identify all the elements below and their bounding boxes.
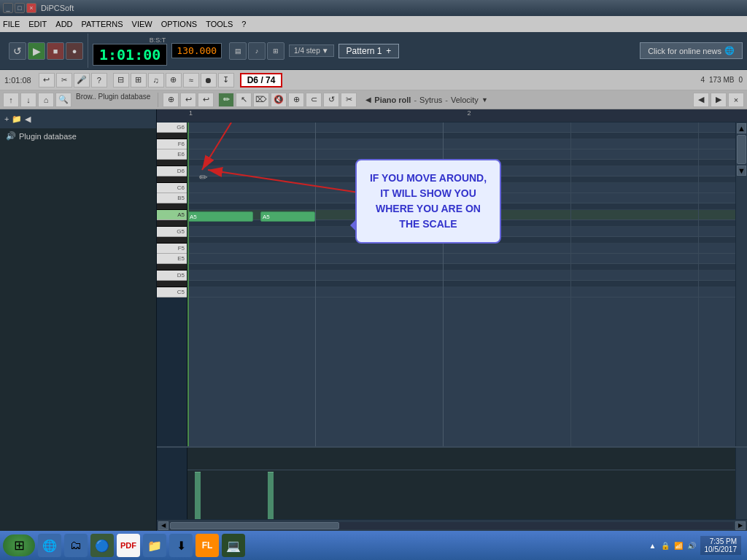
menu-patterns[interactable]: PATTERNS <box>82 20 123 28</box>
key-ds6[interactable] <box>157 160 187 166</box>
tray-volume-icon[interactable]: 🔊 <box>687 542 696 550</box>
scroll-thumb[interactable] <box>737 135 746 164</box>
zoom-tool[interactable]: ⊕ <box>288 93 304 107</box>
wave-button[interactable]: ≈ <box>183 73 199 88</box>
draw-tool[interactable]: ✏ <box>218 93 234 107</box>
key-f5[interactable]: F5 <box>157 244 187 254</box>
add-button[interactable]: + <box>4 114 9 123</box>
taskbar-files-icon[interactable]: 📁 <box>143 534 166 557</box>
undo2-button[interactable]: ↩ <box>180 93 196 107</box>
stop-button[interactable]: ■ <box>47 42 64 60</box>
key-d6[interactable]: D6 <box>157 166 187 176</box>
taskbar-torrent-icon[interactable]: ⬇ <box>169 534 193 557</box>
loop-button[interactable]: ↺ <box>9 42 26 60</box>
key-c5[interactable]: C5 <box>157 287 187 298</box>
scroll-down-button[interactable]: ▼ <box>737 166 746 176</box>
piano-button[interactable]: ♪ <box>248 42 266 60</box>
piano2-button[interactable]: ♫ <box>148 73 164 88</box>
menu-file[interactable]: FILE <box>3 20 20 28</box>
tempo-display[interactable]: 130.000 <box>171 43 222 58</box>
vertical-scrollbar[interactable]: ▲ ▼ <box>735 122 747 446</box>
maximize-button[interactable]: □ <box>15 3 25 13</box>
close-button[interactable]: × <box>26 3 36 13</box>
taskbar-fl-icon[interactable]: FL <box>196 534 219 557</box>
minimize-button[interactable]: _ <box>3 3 13 13</box>
plugin-name[interactable]: Sytrus <box>419 96 442 104</box>
key-a5[interactable]: A5 <box>157 210 187 220</box>
snap-button[interactable]: ⊟ <box>113 73 129 88</box>
record-button[interactable]: ● <box>66 42 83 60</box>
note-a5-2[interactable]: A5 <box>260 211 315 222</box>
step-selector[interactable]: 1/4 step ▼ <box>289 44 334 57</box>
mic-button[interactable]: 🎤 <box>74 73 90 88</box>
menu-edit[interactable]: EDIT <box>28 20 47 28</box>
erase-tool[interactable]: ⌦ <box>253 93 269 107</box>
key-g6[interactable]: G6 <box>157 122 187 133</box>
taskbar-folder-icon[interactable]: 🗂 <box>64 534 88 557</box>
redo2-button[interactable]: ↩ <box>198 93 214 107</box>
key-b5[interactable]: B5 <box>157 193 187 203</box>
info-button[interactable]: ? <box>91 73 107 88</box>
home-button[interactable]: ⌂ <box>38 93 54 107</box>
menu-options[interactable]: OPTIONS <box>161 20 198 28</box>
scroll-right-button[interactable]: ▶ <box>735 521 746 530</box>
taskbar-chrome-icon[interactable]: 🔵 <box>90 534 114 557</box>
key-e5[interactable]: E5 <box>157 254 187 264</box>
key-ds5[interactable] <box>157 264 187 271</box>
tray-up-icon[interactable]: ▲ <box>649 542 657 550</box>
horizontal-scrollbar[interactable]: ◀ ▶ <box>157 519 747 531</box>
key-fs5[interactable] <box>157 237 187 244</box>
key-f6[interactable]: F6 <box>157 139 187 149</box>
pattern-add-icon[interactable]: + <box>386 46 391 56</box>
scroll-up-button[interactable]: ▲ <box>737 123 746 133</box>
chevron-view-icon[interactable]: ▼ <box>481 96 488 104</box>
key-cs5[interactable] <box>157 281 187 287</box>
online-news-button[interactable]: Click for online news 🌐 <box>640 42 743 59</box>
prev-button[interactable]: ◀ <box>693 93 709 107</box>
scroll-left-button[interactable]: ◀ <box>158 521 169 530</box>
undo-button[interactable]: ↩ <box>39 73 55 88</box>
glue-tool[interactable]: ⊂ <box>306 93 322 107</box>
menu-help[interactable]: ? <box>241 20 246 28</box>
import-button[interactable]: ↧ <box>218 73 234 88</box>
cut-tool[interactable]: ✂ <box>341 93 357 107</box>
menu-add[interactable]: ADD <box>55 20 72 28</box>
select-tool[interactable]: ↖ <box>236 93 252 107</box>
key-gs5[interactable] <box>157 220 187 227</box>
mixer-button[interactable]: ▤ <box>229 42 247 60</box>
pattern-display[interactable]: Pattern 1 + <box>338 44 400 58</box>
record2-button[interactable]: ⏺ <box>201 73 217 88</box>
note-a5-1[interactable]: A5 <box>187 211 253 222</box>
zoom-button[interactable]: ⊕ <box>166 73 182 88</box>
view-mode[interactable]: Velocity <box>451 96 479 104</box>
start-button[interactable]: ⊞ <box>3 534 35 556</box>
search-button[interactable]: 🔍 <box>55 93 71 107</box>
browse-fwd-button[interactable]: ↓ <box>20 93 36 107</box>
close-panel-button[interactable]: × <box>728 93 744 107</box>
key-as5[interactable] <box>157 203 187 210</box>
back-arrow-icon[interactable]: ◀ <box>25 114 31 124</box>
key-c6[interactable]: C6 <box>157 183 187 193</box>
repeat-tool[interactable]: ↺ <box>323 93 339 107</box>
next-button[interactable]: ▶ <box>711 93 727 107</box>
menu-tools[interactable]: TOOLS <box>206 20 233 28</box>
piano-roll-nav-left[interactable]: ◀ <box>365 96 371 104</box>
tool1-button[interactable]: ⊕ <box>163 93 179 107</box>
key-fs6[interactable] <box>157 133 187 139</box>
key-d5[interactable]: D5 <box>157 271 187 281</box>
grid-area[interactable]: A5 A5 <box>187 122 735 446</box>
play-button[interactable]: ▶ <box>28 42 45 60</box>
browse-back-button[interactable]: ↑ <box>3 93 19 107</box>
taskbar-ie-icon[interactable]: 🌐 <box>38 534 61 557</box>
step-seq-button[interactable]: ⊞ <box>267 42 285 60</box>
mute-tool[interactable]: 🔇 <box>271 93 287 107</box>
h-scroll-thumb[interactable] <box>170 522 339 529</box>
grid-button[interactable]: ⊞ <box>131 73 147 88</box>
key-g5[interactable]: G5 <box>157 227 187 237</box>
cut-button[interactable]: ✂ <box>56 73 72 88</box>
taskbar-app-icon[interactable]: 💻 <box>222 534 245 557</box>
key-cs6[interactable] <box>157 176 187 183</box>
menu-view[interactable]: VIEW <box>132 20 152 28</box>
taskbar-pdf-icon[interactable]: PDF <box>117 534 140 557</box>
key-e6[interactable]: E6 <box>157 149 187 160</box>
